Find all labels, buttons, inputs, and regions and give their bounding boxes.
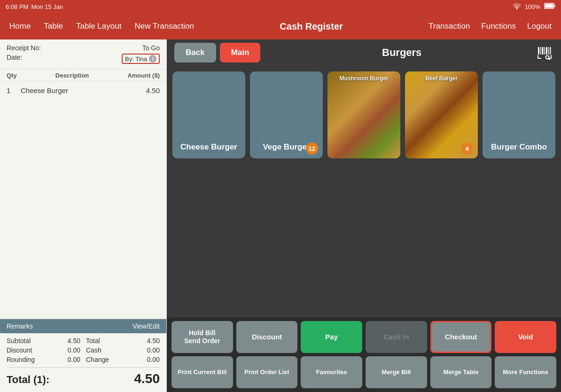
nav-functions[interactable]: Functions	[481, 22, 516, 31]
checkout-button[interactable]: Checkout	[430, 321, 492, 353]
print-current-bill-label: Print Current Bill	[178, 368, 226, 376]
product-card-vege-burger[interactable]: Vege Burger 12	[250, 71, 323, 158]
by-tina-text: By: Tina	[125, 55, 147, 63]
item-amount: 4.50	[146, 86, 160, 94]
total-val: 4.50	[147, 337, 160, 345]
more-functions-label: More Functions	[503, 368, 548, 376]
search-icon-button[interactable]	[536, 44, 553, 62]
nav-new-transaction[interactable]: New Transaction	[134, 22, 194, 31]
receipt-no-label: Receipt No:	[7, 44, 41, 52]
subtotal-label: Subtotal	[7, 337, 62, 345]
favourites-label: Favourites	[316, 368, 347, 376]
battery-percentage: 100%	[525, 3, 540, 10]
cash-label: Cash	[86, 346, 141, 354]
status-time: 6:08 PM	[6, 3, 28, 10]
total-label: Total	[86, 337, 141, 345]
action-bar: Hold Bill Send Order Discount Pay Cash I…	[167, 317, 561, 392]
status-bar: 6:08 PM Mon 15 Jan 100%	[0, 0, 561, 13]
nav-logout[interactable]: Logout	[527, 22, 552, 31]
desc-col-header: Description	[55, 72, 89, 79]
nav-transaction[interactable]: Transaction	[429, 22, 470, 31]
beef-burger-img-title: Beef Burger	[405, 75, 478, 82]
nav-title: Cash Register	[194, 21, 429, 32]
cash-val: 0.00	[147, 346, 160, 354]
amount-col-header: Amount ($)	[127, 72, 160, 79]
category-title: Burgers	[268, 47, 536, 59]
discount-label: Discount	[252, 333, 282, 341]
view-edit-label[interactable]: View/Edit	[132, 322, 160, 330]
discount-label: Discount	[7, 346, 62, 354]
product-label-vege-burger: Vege Burger	[259, 142, 313, 152]
info-icon[interactable]: i	[149, 55, 156, 63]
svg-rect-6	[545, 47, 545, 55]
favourites-button[interactable]: Favourites	[301, 356, 362, 388]
hold-send-button[interactable]: Hold Bill Send Order	[171, 321, 233, 353]
merge-table-label: Merge Table	[444, 368, 479, 376]
date-row: Date: By: Tina i	[7, 54, 160, 64]
product-card-cheese-burger[interactable]: Cheese Burger	[172, 71, 245, 158]
merge-bill-label: Merge Bill	[382, 368, 411, 376]
action-row-2: Print Current Bill Print Order List Favo…	[171, 356, 556, 388]
change-label: Change	[86, 356, 141, 363]
wifi-icon	[513, 3, 521, 11]
discount-button[interactable]: Discount	[236, 321, 298, 353]
nav-bar: Home Table Table Layout New Transaction …	[0, 13, 561, 39]
cash-in-label: Cash In	[383, 333, 409, 341]
nav-home[interactable]: Home	[9, 22, 31, 31]
status-bar-left: 6:08 PM Mon 15 Jan	[6, 3, 63, 10]
product-card-mushroom-burger[interactable]: Mushroom Burger	[327, 71, 400, 158]
product-label-burger-combo: Burger Combo	[487, 142, 551, 152]
remarks-label: Remarks	[7, 322, 33, 330]
grand-total-label: Total (1):	[7, 374, 49, 386]
remarks-bar: Remarks View/Edit	[0, 319, 166, 333]
by-tina-box[interactable]: By: Tina i	[122, 54, 160, 64]
void-label: Void	[518, 333, 533, 341]
category-header: Back Main Burgers	[167, 39, 561, 66]
receipt-item-0[interactable]: 1 Cheese Burger 4.50	[7, 85, 160, 96]
hold-send-label: Hold Bill Send Order	[184, 329, 220, 345]
receipt-footer: Remarks View/Edit Subtotal 4.50 Total 4.…	[0, 319, 166, 392]
battery-icon	[544, 3, 555, 10]
checkout-label: Checkout	[445, 333, 477, 341]
svg-rect-2	[545, 4, 553, 8]
qty-col-header: Qty	[7, 72, 17, 79]
subtotal-val: 4.50	[68, 337, 80, 345]
print-current-bill-button[interactable]: Print Current Bill	[171, 356, 233, 388]
totals-grid: Subtotal 4.50 Total 4.50 Discount 0.00 C…	[7, 337, 160, 363]
product-label-cheese-burger: Cheese Burger	[177, 142, 241, 152]
svg-rect-3	[538, 47, 539, 55]
print-order-list-button[interactable]: Print Order List	[236, 356, 298, 388]
product-badge-vege-burger: 12	[306, 142, 318, 155]
product-card-burger-combo[interactable]: Burger Combo	[483, 71, 555, 158]
mushroom-burger-image	[327, 71, 400, 158]
product-card-beef-burger[interactable]: Beef Burger 4	[405, 71, 478, 158]
svg-rect-8	[548, 47, 549, 55]
nav-table-layout[interactable]: Table Layout	[76, 22, 121, 31]
back-button[interactable]: Back	[174, 43, 216, 63]
print-order-list-label: Print Order List	[244, 368, 289, 376]
main-button[interactable]: Main	[220, 43, 261, 63]
product-badge-beef-burger: 4	[461, 142, 473, 155]
status-bar-right: 100%	[513, 3, 555, 11]
item-desc: Cheese Burger	[21, 86, 146, 94]
nav-right: Transaction Functions Logout	[429, 22, 552, 31]
void-button[interactable]: Void	[495, 321, 556, 353]
status-date: Mon 15 Jan	[31, 3, 63, 10]
to-go-label: To Go	[142, 44, 160, 52]
cash-in-button[interactable]: Cash In	[366, 321, 427, 353]
rounding-val: 0.00	[68, 356, 80, 363]
receipt-no-row: Receipt No: To Go	[7, 44, 160, 52]
search-barcode-icon	[537, 45, 552, 60]
grand-total-amount: 4.50	[134, 371, 160, 386]
merge-bill-button[interactable]: Merge Bill	[366, 356, 427, 388]
receipt-header: Receipt No: To Go Date: By: Tina i	[0, 39, 166, 69]
nav-table[interactable]: Table	[44, 22, 63, 31]
discount-val: 0.00	[68, 346, 80, 354]
pay-button[interactable]: Pay	[301, 321, 362, 353]
merge-table-button[interactable]: Merge Table	[430, 356, 492, 388]
receipt-items: 1 Cheese Burger 4.50	[0, 81, 166, 319]
product-grid: Cheese Burger Vege Burger 12 Mushroom Bu…	[167, 66, 561, 317]
more-functions-button[interactable]: More Functions	[495, 356, 556, 388]
svg-rect-7	[546, 47, 547, 55]
grand-total-row: Total (1): 4.50	[7, 367, 160, 388]
